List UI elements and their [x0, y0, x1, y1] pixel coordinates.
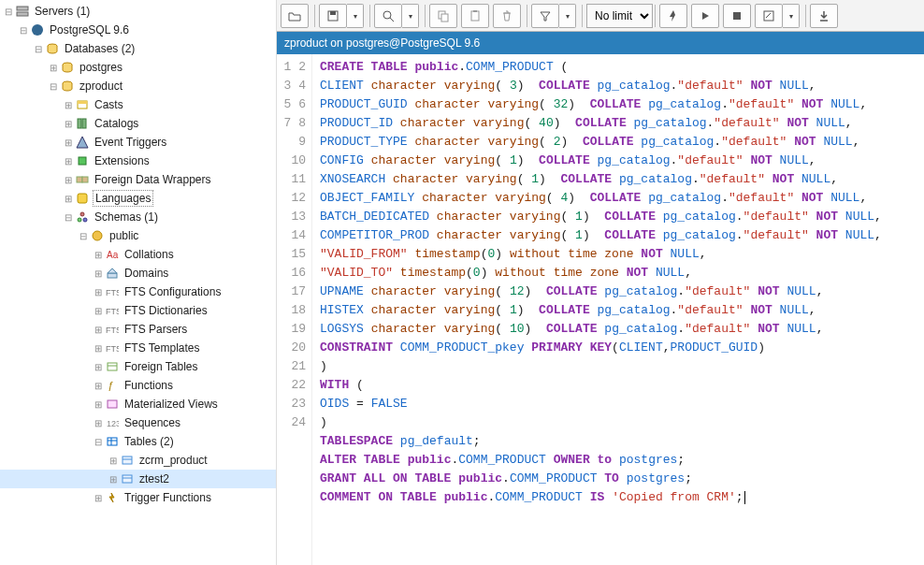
connection-tab-label: zproduct on postgres@PostgreSQL 9.6: [284, 36, 480, 50]
tree-fts-dict[interactable]: ⊞FTSFTS Dictionaries: [0, 301, 276, 320]
collapse-icon[interactable]: ⊟: [2, 7, 15, 17]
collapse-icon[interactable]: ⊟: [62, 212, 75, 223]
filter-dropdown[interactable]: ▾: [559, 4, 576, 28]
expand-icon[interactable]: ⊞: [62, 100, 75, 110]
collapse-icon[interactable]: ⊟: [32, 44, 45, 54]
tree-zcrm-product[interactable]: ⊞zcrm_product: [0, 451, 276, 470]
tree-languages[interactable]: ⊞ Languages: [0, 189, 276, 208]
find-dropdown[interactable]: ▾: [402, 4, 419, 28]
svg-marker-48: [702, 12, 709, 20]
svg-text:FTS: FTS: [106, 344, 119, 354]
expand-icon[interactable]: ⊞: [92, 399, 105, 410]
expand-icon[interactable]: ⊞: [107, 456, 120, 466]
table-icon: [120, 471, 135, 486]
expand-icon[interactable]: ⊞: [92, 493, 105, 503]
tree-tables[interactable]: ⊟Tables (2): [0, 432, 276, 451]
expand-icon[interactable]: ⊞: [92, 287, 105, 297]
svg-text:Aa: Aa: [107, 250, 119, 260]
save-button[interactable]: [319, 4, 347, 28]
tree-servers[interactable]: ⊟ Servers (1): [0, 2, 276, 21]
collapse-icon[interactable]: ⊟: [47, 81, 60, 92]
svg-marker-10: [77, 137, 88, 148]
sql-editor[interactable]: 1 2 3 4 5 6 7 8 9 10 11 12 13 14 15 16 1…: [277, 54, 924, 565]
expand-icon[interactable]: ⊞: [62, 175, 75, 185]
sql-code[interactable]: CREATE TABLE public.COMM_PRODUCT ( CLIEN…: [312, 54, 924, 565]
open-file-button[interactable]: [281, 4, 309, 28]
paste-button[interactable]: [461, 4, 489, 28]
fdw-icon: [75, 172, 90, 187]
tree-foreign-tables[interactable]: ⊞Foreign Tables: [0, 357, 276, 376]
svg-point-17: [83, 218, 87, 222]
tree-fts-templates[interactable]: ⊞FTSFTS Templates: [0, 339, 276, 357]
svg-text:FTS: FTS: [106, 326, 119, 335]
tree-fts-conf[interactable]: ⊞FTSFTS Configurations: [0, 282, 276, 301]
functions-icon: ƒ: [105, 378, 120, 393]
rows-limit-select[interactable]: No limit: [586, 4, 653, 28]
execute-run-button[interactable]: [691, 4, 719, 28]
table-icon: [120, 453, 135, 468]
tables-icon: [105, 434, 120, 449]
collapse-icon[interactable]: ⊟: [17, 25, 30, 36]
svg-text:FTS: FTS: [106, 288, 119, 297]
svg-rect-13: [82, 177, 88, 182]
copy-button[interactable]: [429, 4, 457, 28]
stop-button[interactable]: [723, 4, 751, 28]
svg-rect-20: [108, 273, 117, 278]
tree-schemas[interactable]: ⊟ Schemas (1): [0, 208, 276, 226]
tree-public[interactable]: ⊟ public: [0, 226, 276, 245]
tree-extensions[interactable]: ⊞ Extensions: [0, 152, 276, 170]
expand-icon[interactable]: ⊞: [92, 325, 105, 335]
save-dropdown[interactable]: ▾: [347, 4, 364, 28]
tree-trigger-functions[interactable]: ⊞Trigger Functions: [0, 488, 276, 507]
collapse-icon[interactable]: ⊟: [92, 437, 105, 447]
tree-fts-parsers[interactable]: ⊞FTSFTS Parsers: [0, 320, 276, 339]
expand-icon[interactable]: ⊞: [92, 306, 105, 316]
expand-icon[interactable]: ⊞: [62, 194, 75, 204]
explain-button[interactable]: [755, 4, 783, 28]
expand-icon[interactable]: ⊞: [92, 418, 105, 428]
expand-icon[interactable]: ⊞: [92, 250, 105, 260]
svg-rect-7: [78, 101, 87, 104]
filter-button[interactable]: [531, 4, 559, 28]
languages-icon: [75, 191, 90, 206]
explain-dropdown[interactable]: ▾: [783, 4, 800, 28]
svg-rect-46: [473, 10, 477, 12]
object-browser-tree[interactable]: ⊟ Servers (1) ⊟ PostgreSQL 9.6 ⊟ Databas…: [0, 0, 277, 565]
tree-sequences[interactable]: ⊞123Sequences: [0, 413, 276, 432]
tree-event-triggers[interactable]: ⊞ Event Triggers: [0, 133, 276, 152]
tree-db-postgres[interactable]: ⊞ postgres: [0, 58, 276, 77]
download-button[interactable]: [810, 4, 838, 28]
execute-button[interactable]: [659, 4, 687, 28]
delete-button[interactable]: [493, 4, 521, 28]
extensions-icon: [75, 153, 90, 168]
expand-icon[interactable]: ⊞: [92, 343, 105, 354]
tree-collations[interactable]: ⊞AaCollations: [0, 245, 276, 264]
tree-domains[interactable]: ⊞Domains: [0, 264, 276, 282]
tree-ztest2[interactable]: ⊞ztest2: [0, 470, 276, 488]
expand-icon[interactable]: ⊞: [62, 156, 75, 167]
tree-postgres96[interactable]: ⊟ PostgreSQL 9.6: [0, 21, 276, 39]
tree-fdw[interactable]: ⊞ Foreign Data Wrappers: [0, 170, 276, 189]
tree-functions[interactable]: ⊞ƒFunctions: [0, 376, 276, 395]
tree-databases[interactable]: ⊟ Databases (2): [0, 39, 276, 58]
collapse-icon[interactable]: ⊟: [77, 231, 90, 241]
schemas-icon: [75, 210, 90, 225]
tree-mat-views[interactable]: ⊞Materialized Views: [0, 395, 276, 413]
expand-icon[interactable]: ⊞: [92, 362, 105, 372]
svg-rect-45: [471, 11, 479, 21]
expand-icon[interactable]: ⊞: [62, 138, 75, 148]
sequences-icon: 123: [105, 415, 120, 430]
schema-icon: [90, 228, 105, 243]
fts-templates-icon: FTS: [105, 340, 120, 355]
connection-tab[interactable]: zproduct on postgres@PostgreSQL 9.6: [277, 32, 924, 54]
svg-rect-50: [764, 11, 773, 21]
expand-icon[interactable]: ⊞: [47, 63, 60, 73]
expand-icon[interactable]: ⊞: [62, 119, 75, 129]
find-button[interactable]: [374, 4, 402, 28]
expand-icon[interactable]: ⊞: [92, 268, 105, 279]
tree-casts[interactable]: ⊞ Casts: [0, 95, 276, 114]
tree-catalogs[interactable]: ⊞ Catalogs: [0, 114, 276, 133]
expand-icon[interactable]: ⊞: [92, 381, 105, 391]
tree-db-zproduct[interactable]: ⊟ zproduct: [0, 77, 276, 95]
expand-icon[interactable]: ⊞: [107, 474, 120, 485]
